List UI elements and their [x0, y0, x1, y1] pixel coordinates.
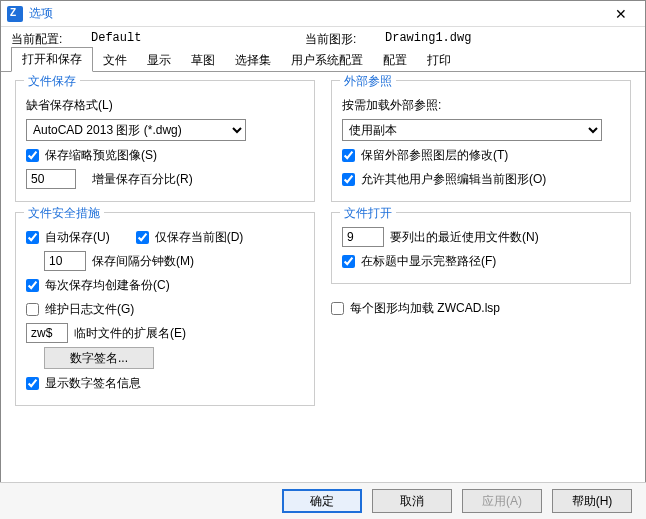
increment-input[interactable] — [26, 169, 76, 189]
help-button[interactable]: 帮助(H) — [552, 489, 632, 513]
backup-label[interactable]: 每次保存均创建备份(C) — [45, 277, 170, 294]
autosave-label[interactable]: 自动保存(U) — [45, 229, 110, 246]
log-checkbox[interactable] — [26, 303, 39, 316]
window-title: 选项 — [29, 5, 603, 22]
dialog-footer: 确定 取消 应用(A) 帮助(H) — [0, 482, 646, 519]
increment-label: 增量保存百分比(R) — [92, 171, 193, 188]
close-icon[interactable]: ✕ — [603, 6, 639, 22]
interval-input[interactable] — [44, 251, 86, 271]
group-file-safety: 文件安全措施 自动保存(U) 仅保存当前图(D) 保存间隔分钟数(M) 每次保存… — [15, 212, 315, 406]
onlycurrent-checkbox[interactable] — [136, 231, 149, 244]
thumbnail-checkbox[interactable] — [26, 149, 39, 162]
digital-signature-button[interactable]: 数字签名... — [44, 347, 154, 369]
xref-retain-checkbox[interactable] — [342, 149, 355, 162]
default-format-select[interactable]: AutoCAD 2013 图形 (*.dwg) — [26, 119, 246, 141]
title-bar: 选项 ✕ — [1, 1, 645, 27]
current-drawing-value: Drawing1.dwg — [385, 31, 471, 48]
legend-file-open: 文件打开 — [340, 205, 396, 222]
app-icon — [7, 6, 23, 22]
fullpath-label[interactable]: 在标题中显示完整路径(F) — [361, 253, 496, 270]
interval-label: 保存间隔分钟数(M) — [92, 253, 194, 270]
showsign-checkbox[interactable] — [26, 377, 39, 390]
default-format-label: 缺省保存格式(L) — [26, 97, 113, 114]
legend-file-safety: 文件安全措施 — [24, 205, 104, 222]
loadlsp-label[interactable]: 每个图形均加载 ZWCAD.lsp — [350, 300, 500, 317]
xref-load-select[interactable]: 使用副本 — [342, 119, 602, 141]
tab-files[interactable]: 文件 — [93, 49, 137, 72]
current-drawing-label: 当前图形: — [305, 31, 385, 48]
xref-allowedit-checkbox[interactable] — [342, 173, 355, 186]
recent-count-input[interactable] — [342, 227, 384, 247]
tab-drafting[interactable]: 草图 — [181, 49, 225, 72]
xref-allowedit-label[interactable]: 允许其他用户参照编辑当前图形(O) — [361, 171, 546, 188]
tab-display[interactable]: 显示 — [137, 49, 181, 72]
tab-bar: 打开和保存 文件 显示 草图 选择集 用户系统配置 配置 打印 — [1, 50, 645, 72]
legend-xref: 外部参照 — [340, 73, 396, 90]
tab-profiles[interactable]: 配置 — [373, 49, 417, 72]
log-label[interactable]: 维护日志文件(G) — [45, 301, 134, 318]
xref-retain-label[interactable]: 保留外部参照图层的修改(T) — [361, 147, 508, 164]
cancel-button[interactable]: 取消 — [372, 489, 452, 513]
apply-button[interactable]: 应用(A) — [462, 489, 542, 513]
fullpath-checkbox[interactable] — [342, 255, 355, 268]
autosave-checkbox[interactable] — [26, 231, 39, 244]
tempext-input[interactable] — [26, 323, 68, 343]
tab-open-save[interactable]: 打开和保存 — [11, 47, 93, 72]
tab-userprefs[interactable]: 用户系统配置 — [281, 49, 373, 72]
backup-checkbox[interactable] — [26, 279, 39, 292]
group-file-save: 文件保存 缺省保存格式(L) AutoCAD 2013 图形 (*.dwg) 保… — [15, 80, 315, 202]
tab-plot[interactable]: 打印 — [417, 49, 461, 72]
group-xref: 外部参照 按需加载外部参照: 使用副本 保留外部参照图层的修改(T) 允许其他用… — [331, 80, 631, 202]
recent-count-label: 要列出的最近使用文件数(N) — [390, 229, 539, 246]
tab-selection[interactable]: 选择集 — [225, 49, 281, 72]
legend-file-save: 文件保存 — [24, 73, 80, 90]
current-profile-value: Default — [91, 31, 141, 48]
current-info-row: 当前配置: Default 当前图形: Drawing1.dwg — [1, 27, 645, 50]
ok-button[interactable]: 确定 — [282, 489, 362, 513]
thumbnail-label[interactable]: 保存缩略预览图像(S) — [45, 147, 157, 164]
current-profile-label: 当前配置: — [11, 31, 91, 48]
xref-load-label: 按需加载外部参照: — [342, 97, 441, 114]
group-file-open: 文件打开 要列出的最近使用文件数(N) 在标题中显示完整路径(F) — [331, 212, 631, 284]
onlycurrent-label[interactable]: 仅保存当前图(D) — [155, 229, 244, 246]
loadlsp-checkbox[interactable] — [331, 302, 344, 315]
showsign-label[interactable]: 显示数字签名信息 — [45, 375, 141, 392]
tempext-label: 临时文件的扩展名(E) — [74, 325, 186, 342]
